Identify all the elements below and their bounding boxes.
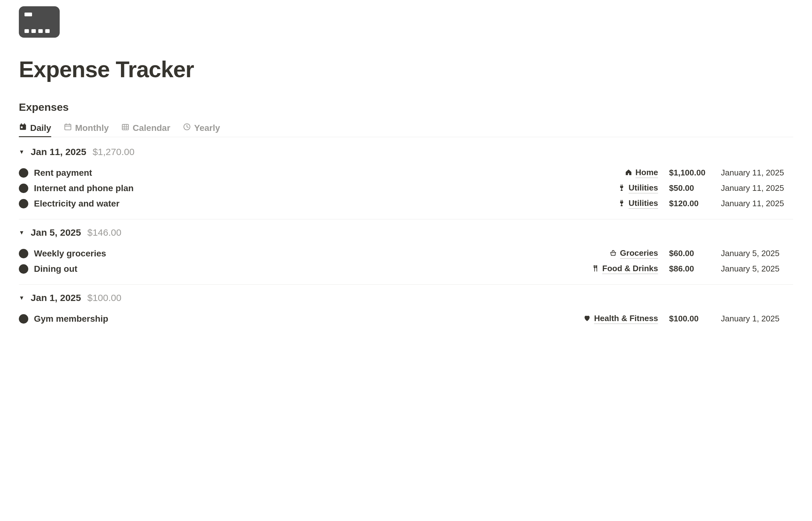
group-total: $146.00 [87,227,121,238]
expense-name: Rent payment [34,168,92,178]
expense-row[interactable]: Gym membership Health & Fitness $100.00 … [19,311,793,326]
expense-amount: $1,100.00 [669,168,710,178]
expense-name: Internet and phone plan [34,183,133,193]
expense-date: January 11, 2025 [721,168,793,178]
chevron-down-icon: ▼ [19,295,24,301]
expense-date: January 11, 2025 [721,199,793,208]
basket-icon [610,249,617,258]
category-label: Home [636,167,658,178]
tab-daily[interactable]: Daily [19,123,51,137]
group-total: $100.00 [87,293,121,303]
expense-category[interactable]: Health & Fitness [583,314,658,324]
plug-icon [618,199,625,208]
expense-date: January 5, 2025 [721,264,793,274]
expense-direction-icon [19,249,28,258]
expense-direction-icon [19,199,28,208]
expense-row[interactable]: Weekly groceries Groceries $60.00 Januar… [19,246,793,261]
utensils-icon [592,265,599,273]
tab-yearly[interactable]: Yearly [183,123,220,137]
expense-date: January 1, 2025 [721,314,793,323]
tab-label: Daily [30,123,51,133]
plug-icon [618,184,625,193]
expense-row[interactable]: Dining out Food & Drinks $86.00 January … [19,261,793,276]
category-label: Health & Fitness [594,314,658,324]
expense-group: ▼ Jan 11, 2025 $1,270.00 Rent payment Ho… [19,146,793,219]
expense-group: ▼ Jan 1, 2025 $100.00 Gym membership Hea… [19,293,793,334]
group-header[interactable]: ▼ Jan 11, 2025 $1,270.00 [19,146,793,157]
page-title[interactable]: Expense Tracker [19,56,793,82]
expense-groups: ▼ Jan 11, 2025 $1,270.00 Rent payment Ho… [19,146,793,334]
expense-name: Electricity and water [34,199,120,209]
group-header[interactable]: ▼ Jan 1, 2025 $100.00 [19,293,793,303]
heart-icon [583,315,591,323]
chevron-down-icon: ▼ [19,149,24,155]
view-tabs: Daily Monthly Calendar Yearly [19,123,793,137]
expense-amount: $100.00 [669,314,710,323]
tab-label: Yearly [194,123,220,133]
expense-direction-icon [19,184,28,193]
expense-amount: $60.00 [669,249,710,258]
expense-direction-icon [19,168,28,178]
expense-category[interactable]: Food & Drinks [592,264,658,274]
section-title[interactable]: Expenses [19,101,793,113]
expense-direction-icon [19,264,28,274]
group-total: $1,270.00 [93,146,134,157]
tab-monthly[interactable]: Monthly [64,123,109,137]
expense-category[interactable]: Groceries [610,248,658,258]
group-date: Jan 5, 2025 [31,227,81,238]
expense-name: Weekly groceries [34,249,106,258]
expense-category[interactable]: Utilities [618,198,658,209]
expense-row[interactable]: Rent payment Home $1,100.00 January 11, … [19,165,793,180]
expense-direction-icon [19,314,28,323]
calendar-month-icon [64,123,72,133]
calendar-grid-icon [121,123,129,133]
category-label: Food & Drinks [602,264,658,274]
calendar-day-icon [19,123,27,133]
tab-label: Monthly [75,123,109,133]
expense-amount: $120.00 [669,199,710,208]
tab-label: Calendar [132,123,170,133]
category-label: Utilities [628,183,658,193]
expense-row[interactable]: Internet and phone plan Utilities $50.00… [19,180,793,196]
expense-date: January 11, 2025 [721,183,793,193]
group-header[interactable]: ▼ Jan 5, 2025 $146.00 [19,227,793,238]
home-icon [625,168,632,177]
chevron-down-icon: ▼ [19,229,24,236]
expense-group: ▼ Jan 5, 2025 $146.00 Weekly groceries G… [19,227,793,285]
group-date: Jan 11, 2025 [31,146,86,157]
category-label: Utilities [628,198,658,209]
expense-category[interactable]: Utilities [618,183,658,193]
tab-calendar[interactable]: Calendar [121,123,170,137]
expense-row[interactable]: Electricity and water Utilities $120.00 … [19,196,793,211]
expense-name: Dining out [34,264,77,274]
group-date: Jan 1, 2025 [31,293,81,303]
expense-category[interactable]: Home [625,167,658,178]
expense-date: January 5, 2025 [721,249,793,258]
category-label: Groceries [620,248,658,258]
expense-name: Gym membership [34,314,108,324]
clock-icon [183,123,191,133]
page-icon[interactable] [19,6,60,38]
expense-amount: $50.00 [669,183,710,193]
expense-amount: $86.00 [669,264,710,274]
